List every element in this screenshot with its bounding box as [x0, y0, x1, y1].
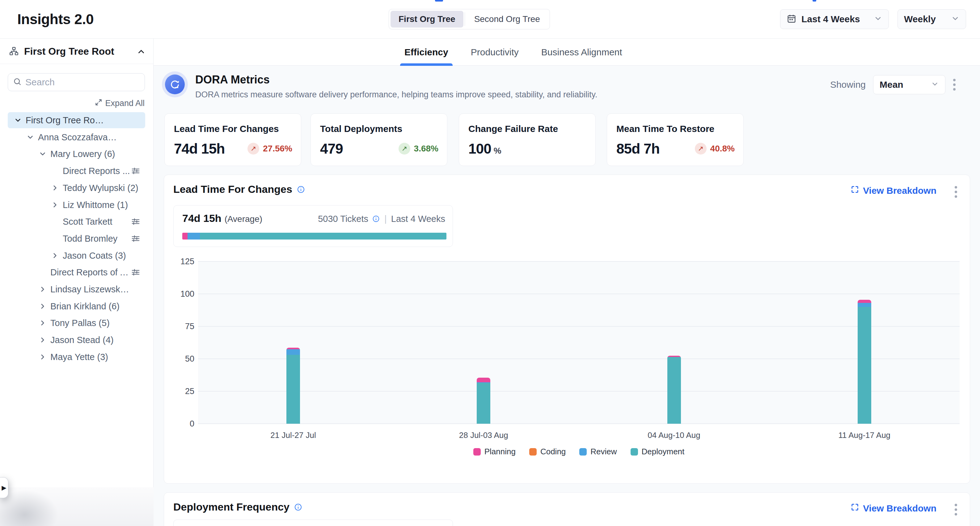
chevron-right-icon[interactable]	[39, 336, 47, 346]
y-tick-label: 125	[167, 257, 194, 266]
browser-fragment	[813, 0, 816, 2]
tree-row-label: Jason Coats (3)	[63, 247, 126, 264]
legend-swatch	[631, 448, 638, 456]
y-tick-label: 0	[167, 419, 194, 429]
view-breakdown-button[interactable]: View Breakdown	[851, 185, 936, 196]
lead-time-card: Lead Time For Changes View Breakdown 74d…	[164, 175, 970, 484]
view-breakdown-button[interactable]: View Breakdown	[851, 503, 936, 514]
chevron-right-icon[interactable]	[51, 201, 59, 211]
tree-row[interactable]: Todd Bromley	[8, 231, 145, 247]
chart-bar[interactable]	[858, 300, 871, 424]
tree-row[interactable]: Teddy Wylupski (2)	[8, 180, 145, 196]
tree-row[interactable]: Scott Tarkett	[8, 214, 145, 230]
metric-card-value: 100%	[468, 140, 501, 157]
tree-row[interactable]: Tony Pallas (5)	[8, 315, 145, 331]
tree-row[interactable]: Mary Lowery (6)	[8, 146, 145, 162]
tab-bar: EfficiencyProductivityBusiness Alignment	[154, 38, 980, 65]
filter-sliders-icon[interactable]	[131, 217, 140, 228]
chevron-right-icon[interactable]	[39, 353, 47, 363]
browser-fragment	[435, 0, 443, 2]
period-label: Last 4 Weeks	[391, 214, 445, 224]
chevron-right-icon[interactable]	[39, 319, 47, 329]
search-icon	[13, 77, 22, 87]
search-box[interactable]	[8, 73, 145, 91]
tab-productivity[interactable]: Productivity	[466, 38, 523, 65]
x-tick-label: 11 Aug-17 Aug	[769, 430, 959, 440]
bar-segment-deployment	[477, 383, 490, 424]
filter-sliders-icon[interactable]	[131, 234, 140, 245]
tree-row[interactable]: Direct Reports ...	[8, 163, 145, 179]
tree-row-label: Teddy Wylupski (2)	[63, 180, 138, 196]
deployment-kebab-menu[interactable]	[955, 504, 958, 515]
metric-card: Mean Time To Restore85d 7h↗40.8%	[607, 113, 744, 166]
chevron-right-icon[interactable]	[39, 302, 47, 312]
chart-bar[interactable]	[286, 347, 300, 424]
showing-select[interactable]: Mean	[873, 75, 945, 94]
info-icon[interactable]	[372, 215, 380, 223]
bar-segment-planning	[477, 378, 490, 382]
legend-swatch	[529, 448, 537, 456]
tree-row[interactable]: Maya Yette (3)	[8, 349, 145, 365]
legend-label: Planning	[484, 447, 515, 456]
chart-bar[interactable]	[667, 356, 681, 424]
tree-row-label: Direct Reports of A...	[50, 264, 129, 280]
chevron-down-icon[interactable]	[14, 116, 22, 126]
tree-row-label: Maya Yette (3)	[50, 349, 108, 365]
org-tree-toggle[interactable]: First Org TreeSecond Org Tree	[389, 9, 550, 29]
expand-all-button[interactable]: Expand All	[95, 98, 145, 108]
tree-row-label: Liz Whittome (1)	[63, 197, 128, 213]
phase-mini-bar	[182, 233, 446, 239]
tab-business-alignment[interactable]: Business Alignment	[537, 38, 627, 65]
filter-sliders-icon[interactable]	[131, 166, 140, 178]
tree-row[interactable]: First Org Tree Root (1)	[8, 112, 145, 128]
org-tree-option[interactable]: First Org Tree	[391, 11, 463, 27]
chevron-down-icon[interactable]	[39, 150, 47, 160]
chevron-right-icon[interactable]	[51, 252, 59, 262]
toggle-divider	[465, 12, 465, 26]
gridline	[198, 359, 959, 359]
granularity-select[interactable]: Weekly	[897, 9, 966, 29]
trend-arrow-icon: ↗	[695, 143, 706, 155]
content: DORA Metrics DORA metrics measure softwa…	[154, 65, 980, 526]
tree-row-label: Direct Reports ...	[63, 163, 130, 179]
filter-sliders-icon[interactable]	[131, 268, 140, 279]
collapse-sidebar-chevron-icon[interactable]	[137, 47, 146, 57]
panel-collapse-handle[interactable]: ▶	[0, 477, 8, 498]
x-tick-label: 28 Jul-03 Aug	[388, 430, 579, 440]
chevron-down-icon	[931, 80, 939, 89]
dora-header: DORA Metrics DORA metrics measure softwa…	[164, 73, 967, 100]
info-icon[interactable]	[294, 503, 302, 512]
metric-card-title: Change Failure Rate	[468, 124, 558, 134]
info-icon[interactable]	[297, 185, 305, 194]
tree-row[interactable]: Direct Reports of A...	[8, 264, 145, 280]
dora-cycle-icon	[165, 75, 185, 94]
bar-segment-deployment	[667, 357, 681, 424]
tree-row[interactable]: Jason Stead (4)	[8, 332, 145, 348]
org-tree-option[interactable]: Second Org Tree	[466, 11, 548, 27]
legend-swatch	[579, 448, 587, 456]
tree-row-label: Brian Kirkland (6)	[50, 298, 119, 314]
metric-card-value: 479	[320, 140, 343, 157]
chevron-right-icon[interactable]	[51, 184, 59, 194]
legend-item-review: Review	[579, 447, 617, 456]
y-tick-label: 50	[167, 354, 194, 364]
metric-card: Change Failure Rate100%	[459, 113, 596, 166]
tree-row[interactable]: Lindsay Liszewski (8)	[8, 281, 145, 297]
chart-bar[interactable]	[477, 378, 490, 424]
chevron-right-icon[interactable]	[39, 285, 47, 295]
date-range-select[interactable]: Last 4 Weeks	[780, 9, 889, 29]
tree-row[interactable]: Brian Kirkland (6)	[8, 298, 145, 314]
tree-row[interactable]: Anna Scozzafava (7)	[8, 129, 145, 145]
tab-efficiency[interactable]: Efficiency	[400, 38, 453, 65]
chart-legend: PlanningCodingReviewDeployment	[198, 447, 959, 456]
metric-card-title: Lead Time For Changes	[174, 124, 279, 134]
showing-value: Mean	[880, 80, 931, 90]
sidebar-header: First Org Tree Root	[0, 38, 153, 64]
tree-row[interactable]: Jason Coats (3)	[8, 247, 145, 264]
dora-kebab-menu[interactable]	[953, 79, 956, 91]
lead-time-kebab-menu[interactable]	[955, 186, 958, 198]
y-tick-label: 75	[167, 322, 194, 331]
tree-row[interactable]: Liz Whittome (1)	[8, 197, 145, 213]
chevron-down-icon[interactable]	[26, 133, 34, 143]
search-input[interactable]	[25, 77, 127, 88]
